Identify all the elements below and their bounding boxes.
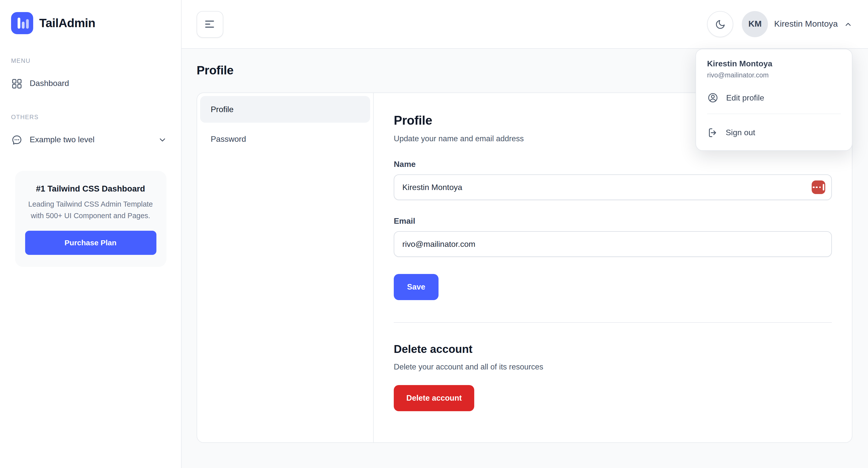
name-input[interactable] xyxy=(394,175,832,200)
sidebar-section-menu: MENU xyxy=(11,57,170,64)
promo-card: #1 Tailwind CSS Dashboard Leading Tailwi… xyxy=(15,171,166,267)
taildadmin-logo-icon xyxy=(11,12,33,34)
grid-icon xyxy=(11,78,23,89)
section-divider xyxy=(394,322,832,323)
sidebar-item-label: Dashboard xyxy=(30,79,69,88)
email-label: Email xyxy=(394,217,832,226)
dropdown-user-name: Kirestin Montoya xyxy=(707,59,841,68)
header: KM Kirestin Montoya xyxy=(182,0,868,49)
sidebar: TailAdmin MENU Dashboard OTHERS Example … xyxy=(0,0,182,468)
promo-description: Leading Tailwind CSS Admin Template with… xyxy=(25,198,156,222)
sidebar-toggle-button[interactable] xyxy=(197,11,223,37)
delete-account-button[interactable]: Delete account xyxy=(394,385,474,411)
email-input[interactable] xyxy=(394,231,832,257)
chevron-up-icon xyxy=(844,20,852,28)
menu-item-label: Sign out xyxy=(726,128,755,137)
save-button[interactable]: Save xyxy=(394,274,438,300)
sidebar-item-dashboard[interactable]: Dashboard xyxy=(11,73,170,94)
dropdown-user-email: rivo@mailinator.com xyxy=(707,71,841,79)
password-manager-extension-icon[interactable] xyxy=(812,181,825,194)
user-dropdown-menu: Kirestin Montoya rivo@mailinator.com Edi… xyxy=(695,49,852,151)
hamburger-icon xyxy=(205,20,216,29)
user-circle-icon xyxy=(707,92,719,103)
tab-password[interactable]: Password xyxy=(200,126,370,152)
email-input-wrap xyxy=(394,231,832,257)
sign-out-icon xyxy=(707,127,718,138)
name-label: Name xyxy=(394,160,832,169)
brand-logo[interactable]: TailAdmin xyxy=(11,12,170,34)
app-window: TailAdmin MENU Dashboard OTHERS Example … xyxy=(0,0,868,468)
tab-profile[interactable]: Profile xyxy=(200,96,370,123)
brand-name: TailAdmin xyxy=(39,16,95,30)
menu-item-sign-out[interactable]: Sign out xyxy=(707,124,841,141)
settings-tabs: Profile Password xyxy=(197,93,374,442)
name-input-wrap xyxy=(394,175,832,200)
chevron-down-icon xyxy=(158,135,167,144)
chat-icon xyxy=(11,134,23,146)
delete-account-subtitle: Delete your account and all of its resou… xyxy=(394,363,832,372)
header-actions: KM Kirestin Montoya xyxy=(707,11,852,37)
moon-icon xyxy=(715,18,726,30)
main-column: KM Kirestin Montoya Kirestin Montoya riv… xyxy=(182,0,868,468)
menu-item-label: Edit profile xyxy=(726,93,764,102)
sidebar-item-example-two-level[interactable]: Example two level xyxy=(11,130,170,150)
header-user-name: Kirestin Montoya xyxy=(774,19,838,29)
dropdown-divider xyxy=(707,114,841,114)
menu-item-edit-profile[interactable]: Edit profile xyxy=(707,89,841,106)
promo-title: #1 Tailwind CSS Dashboard xyxy=(25,184,156,193)
purchase-plan-button[interactable]: Purchase Plan xyxy=(25,231,156,255)
sidebar-item-label: Example two level xyxy=(30,135,95,144)
dark-mode-toggle-button[interactable] xyxy=(707,11,734,37)
user-menu-trigger[interactable]: KM Kirestin Montoya xyxy=(742,11,852,37)
delete-account-title: Delete account xyxy=(394,343,832,356)
sidebar-section-others: OTHERS xyxy=(11,114,170,121)
avatar: KM xyxy=(742,11,768,37)
